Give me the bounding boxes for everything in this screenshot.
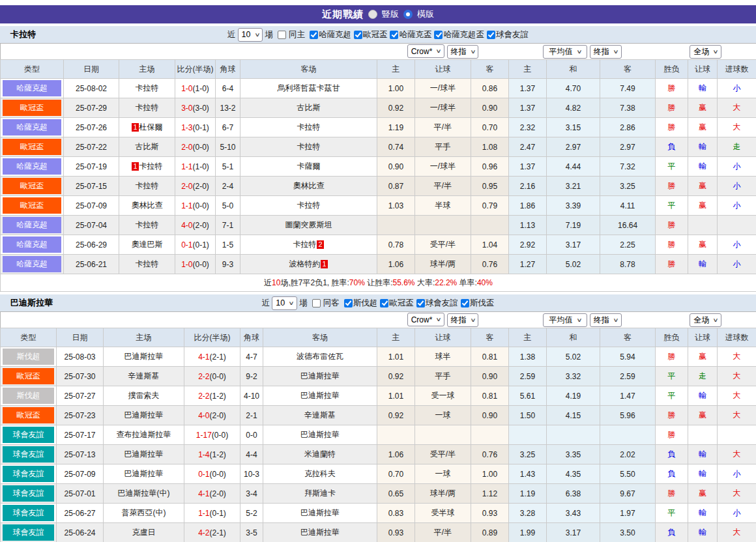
away-team-name[interactable]: 克拉科夫 [304,469,336,478]
home-team-name[interactable]: 奧林比查 [132,201,163,210]
vertical-layout-label[interactable]: 豎版 [382,8,399,20]
away-team-name[interactable]: 波德布雷佐瓦 [297,352,343,361]
away-team-name[interactable]: 古比斯 [297,103,321,112]
full-score: 0-1 [181,240,192,250]
handicap-away-odds: 0.76 [471,255,509,274]
corner-cell: 7-1 [216,216,240,235]
odds-controls-row: Crow*∨ 终指∨ 平均值∨ 终指∨ 全场∨ [1,44,756,60]
league-checkbox-label[interactable]: 斯伐盃 [470,298,495,309]
league-checkbox-label[interactable]: 哈薩克超盃 [443,29,484,40]
away-team-name[interactable]: 卡拉特 [293,240,316,249]
date-cell: 25-07-30 [57,367,104,386]
away-team-name[interactable]: 巴迪斯拉華 [300,430,340,439]
league-checkbox[interactable] [354,31,362,39]
odds-company-select[interactable]: Crow*∨ [407,313,445,326]
horizontal-layout-radio[interactable] [403,10,413,19]
away-team-name[interactable]: 圖蘭突厥斯坦 [285,220,332,229]
league-checkbox[interactable] [310,31,318,39]
away-team-name[interactable]: 烏利塔哲茲卡茲甘 [278,83,340,93]
result-handicap: 輸 [688,464,718,484]
full-score: 4-2 [198,528,209,537]
match-count-select[interactable]: 10∨ [272,296,297,310]
result-win-loss: 負 [656,523,688,542]
handicap-line: 球半 [415,347,471,367]
europe-final-index-select[interactable]: 终指∨ [590,313,622,327]
full-match-scope-select[interactable]: 全场∨ [690,45,721,59]
home-team-name[interactable]: 卡拉特 [136,83,159,93]
home-team-name[interactable]: 卡拉特 [136,220,159,229]
europe-final-index-select[interactable]: 终指∨ [590,45,622,59]
home-team-name[interactable]: 杜保爾 [139,122,163,132]
handicap-final-index-select[interactable]: 终指∨ [447,45,479,59]
home-team-name[interactable]: 巴迪斯拉華 [124,449,164,459]
home-cell: 巴迪斯拉華 [104,445,184,464]
same-away-checkbox[interactable] [312,299,321,307]
away-team-name[interactable]: 奧林比查 [293,181,325,190]
same-home-label[interactable]: 同主 [289,29,305,40]
home-team-name[interactable]: 巴迪斯拉華 [124,410,164,420]
league-checkbox-label[interactable]: 斯伐超 [353,298,378,309]
home-team-name[interactable]: 巴迪斯拉華 [124,469,164,478]
home-team-name[interactable]: 卡拉特 [136,259,159,268]
home-team-name[interactable]: 巴迪斯拉華(中) [118,489,170,498]
home-team-name[interactable]: 克盧日 [132,528,156,537]
horizontal-layout-label[interactable]: 橫版 [417,8,434,20]
half-score: (0-0) [193,143,209,152]
red-card-badge: 1 [132,123,138,132]
away-team-name[interactable]: 卡拉特 [297,122,321,132]
away-team-name[interactable]: 巴迪斯拉華 [300,391,340,400]
handicap-final-index-select[interactable]: 终指∨ [447,313,479,327]
chevron-down-icon: ∨ [713,317,719,323]
away-team-name[interactable]: 波格特約 [289,259,320,268]
home-team-name[interactable]: 查布拉迪斯拉華 [117,430,171,439]
league-checkbox[interactable] [380,299,388,307]
home-team-name[interactable]: 卡拉特 [139,162,163,171]
away-team-name[interactable]: 米迪蘭特 [304,449,336,459]
home-team-name[interactable]: 卡拉特 [136,103,159,112]
home-team-name[interactable]: 奧達巴斯 [132,240,163,249]
handicap-away-odds: 0.90 [471,406,509,425]
europe-away-odds: 5.96 [600,406,656,425]
league-checkbox[interactable] [344,299,353,307]
league-badge: 哈薩克超 [3,256,61,272]
away-team-name[interactable]: 巴迪斯拉華 [300,528,340,537]
league-checkbox-label[interactable]: 哈薩克盃 [399,29,431,40]
away-team-name[interactable]: 巴迪斯拉華 [300,371,340,380]
league-checkbox[interactable] [390,31,398,39]
away-team-name[interactable]: 巴迪斯拉華 [300,508,340,517]
corner-cell: 2-1 [240,406,263,425]
away-team-name[interactable]: 辛連斯基 [304,410,336,420]
same-away-label[interactable]: 同客 [323,298,340,309]
filter-bar: 近 10∨ 場 同客 斯伐超歐冠盃球會友誼斯伐盃 [262,296,494,310]
home-team-name[interactable]: 巴迪斯拉華 [124,352,164,361]
league-checkbox[interactable] [434,31,443,39]
half-score: (3-0) [193,104,209,113]
league-checkbox-label[interactable]: 球會友誼 [496,29,529,40]
league-checkbox-label[interactable]: 歐冠盃 [389,298,414,309]
league-checkbox[interactable] [461,299,469,307]
away-team-name[interactable]: 拜斯迪卡 [304,489,336,498]
home-team-name[interactable]: 古比斯 [136,142,159,151]
away-team-name[interactable]: 卡薩爾 [297,162,321,171]
half-score: (1-2) [210,392,226,401]
home-team-name[interactable]: 辛連斯基 [128,371,160,380]
match-count-select[interactable]: 10∨ [238,28,263,42]
league-checkbox-label[interactable]: 哈薩克超 [319,29,351,40]
score-cell: 0-1(0-0) [184,464,240,484]
away-team-name[interactable]: 卡拉特 [297,201,321,210]
europe-away-odds: 3.25 [600,177,656,196]
league-checkbox[interactable] [487,31,495,39]
home-team-name[interactable]: 普萊西亞(中) [122,508,166,517]
league-checkbox-label[interactable]: 球會友誼 [426,298,458,309]
home-team-name[interactable]: 撲雷索夫 [128,391,160,400]
league-checkbox-label[interactable]: 歐冠盃 [363,29,388,40]
europe-average-select[interactable]: 平均值∨ [543,313,588,327]
europe-average-select[interactable]: 平均值∨ [543,45,588,59]
away-team-name[interactable]: 卡拉特 [297,142,321,151]
full-match-scope-select[interactable]: 全场∨ [690,313,721,327]
home-team-name[interactable]: 卡拉特 [136,181,159,190]
vertical-layout-radio[interactable] [368,10,377,19]
league-checkbox[interactable] [416,299,425,307]
same-home-checkbox[interactable] [278,31,286,39]
odds-company-select[interactable]: Crow*∨ [407,44,445,58]
